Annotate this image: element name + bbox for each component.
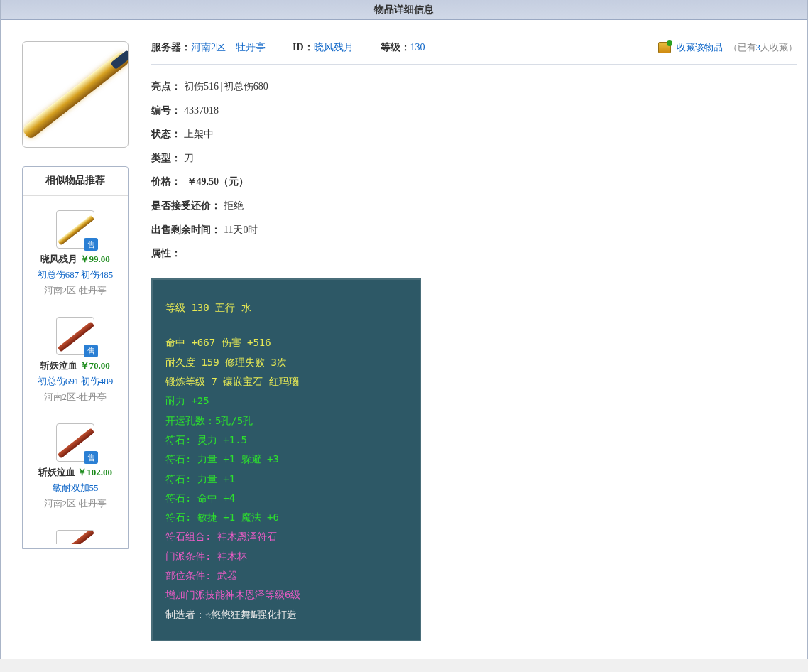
- stat-line: 符石: 力量 +1: [165, 470, 407, 489]
- server-label: 服务器：: [151, 42, 191, 53]
- stat-line: 增加门派技能神木恩泽等级6级: [165, 585, 407, 605]
- stat-line: 开运孔数：5孔/5孔: [165, 411, 407, 430]
- recommend-highlights: 初总伤687|初伤485: [23, 269, 128, 281]
- sword-icon: [58, 530, 94, 544]
- stat-line: 门派条件: 神木林: [165, 547, 407, 566]
- recommend-highlights: 初总伤691|初伤489: [23, 375, 128, 388]
- stat-line: 符石: 灵力 +1.5: [165, 430, 407, 450]
- level-field: 等级：130: [381, 41, 425, 54]
- recommend-price: ￥70.00: [80, 360, 110, 371]
- recommend-title: 相似物品推荐: [23, 167, 128, 196]
- recommend-highlights: 敏耐双加55: [23, 482, 128, 494]
- recommend-server: 河南2区-牡丹亭: [23, 497, 128, 510]
- sale-badge: 售: [84, 238, 98, 251]
- recommend-item[interactable]: 售 斩妖泣血 ￥70.00 初总伤691|初伤489 河南2区-牡丹亭: [23, 303, 128, 409]
- remain-row: 出售剩余时间：11天0时: [151, 218, 797, 242]
- recommend-price: ￥99.00: [80, 254, 110, 264]
- recommend-name: 晓风残月: [40, 254, 77, 264]
- highlight-row: 亮点：初伤516|初总伤680: [151, 75, 797, 99]
- id-label: ID：: [293, 42, 314, 53]
- left-column: 相似物品推荐 售 晓风残月 ￥99.00 初总伤687|初伤485: [22, 41, 136, 652]
- page-title: 物品详细信息: [1, 0, 807, 20]
- type-row: 类型：刀: [151, 146, 797, 170]
- id-field: ID：晓风残月: [293, 41, 354, 54]
- top-row: 服务器：河南2区—牡丹亭 ID：晓风残月 等级：130 收藏该物品 （已有3人收…: [151, 41, 797, 65]
- favorite-area: 收藏该物品 （已有3人收藏）: [658, 41, 798, 54]
- stat-line: 符石组合: 神木恩泽符石: [165, 527, 407, 546]
- stat-line: 制造者：☆悠悠狂舞№强化打造: [165, 605, 407, 624]
- status-row: 状态：上架中: [151, 122, 797, 146]
- recommend-item[interactable]: 售 晓风残月 ￥99.00 初总伤687|初伤485 河南2区-牡丹亭: [23, 196, 128, 303]
- stat-line: 耐久度 159 修理失败 3次: [165, 353, 407, 372]
- stat-line: 符石: 力量 +1 躲避 +3: [165, 450, 407, 469]
- favorite-icon: [658, 42, 671, 53]
- stat-line: 符石: 命中 +4: [165, 489, 407, 508]
- recommend-name-line: 斩妖泣血 ￥102.00: [23, 466, 128, 479]
- favorite-count: （已有3人收藏）: [728, 41, 798, 54]
- stat-line: 等级 130 五行 水: [165, 298, 407, 318]
- recommend-thumb: 售: [56, 317, 94, 355]
- sale-badge: 售: [84, 451, 98, 464]
- stat-line: 部位条件: 武器: [165, 566, 407, 585]
- recommend-thumb: 售: [56, 210, 94, 249]
- info-lines: 亮点：初伤516|初总伤680 编号：4337018 状态：上架中 类型：刀 价…: [151, 75, 797, 266]
- stats-box: 等级 130 五行 水 命中 +667 伤害 +516 耐久度 159 修理失败…: [151, 278, 421, 641]
- recommend-item[interactable]: 售 斩妖泣血 ￥102.00 敏耐双加55 河南2区-牡丹亭: [23, 409, 128, 516]
- recommend-name: 斩妖泣血: [40, 360, 77, 371]
- recommend-name-line: 斩妖泣血 ￥70.00: [23, 359, 128, 372]
- sale-badge: 售: [84, 345, 98, 357]
- server-field: 服务器：河南2区—牡丹亭: [151, 41, 266, 54]
- page-container: 物品详细信息 相似物品推荐 售 晓风残月 ￥99.00: [0, 0, 808, 659]
- recommend-panel: 相似物品推荐 售 晓风残月 ￥99.00 初总伤687|初伤485: [22, 166, 129, 549]
- recommend-thumb: [56, 530, 94, 544]
- recommend-price: ￥102.00: [77, 467, 112, 477]
- recommend-server: 河南2区-牡丹亭: [23, 391, 128, 403]
- recommend-name: 斩妖泣血: [38, 467, 75, 477]
- favorite-link[interactable]: 收藏该物品: [677, 41, 723, 54]
- server-value[interactable]: 河南2区—牡丹亭: [191, 42, 266, 53]
- sword-icon: [22, 50, 129, 141]
- stat-line: 耐力 +25: [165, 391, 407, 411]
- price-row: 价格： ￥49.50（元）: [151, 170, 797, 194]
- bargain-row: 是否接受还价：拒绝: [151, 194, 797, 218]
- stat-line: 符石: 敏捷 +1 魔法 +6: [165, 508, 407, 527]
- recommend-thumb: 售: [56, 423, 94, 462]
- id-value[interactable]: 晓风残月: [314, 42, 354, 53]
- price-value: ￥49.50（元）: [184, 176, 249, 187]
- stat-line: 命中 +667 伤害 +516: [165, 333, 407, 352]
- level-value: 130: [410, 42, 425, 53]
- recommend-server: 河南2区-牡丹亭: [23, 284, 128, 297]
- number-row: 编号：4337018: [151, 99, 797, 123]
- level-label: 等级：: [381, 42, 410, 53]
- item-image: [22, 41, 129, 148]
- recommend-item[interactable]: [23, 516, 128, 544]
- highlight-label: 亮点：: [151, 81, 181, 92]
- right-column: 服务器：河南2区—牡丹亭 ID：晓风残月 等级：130 收藏该物品 （已有3人收…: [136, 41, 797, 652]
- recommend-name-line: 晓风残月 ￥99.00: [23, 253, 128, 266]
- attr-row: 属性：: [151, 242, 797, 266]
- stat-line: 锻炼等级 7 镶嵌宝石 红玛瑙: [165, 372, 407, 391]
- content: 相似物品推荐 售 晓风残月 ￥99.00 初总伤687|初伤485: [1, 20, 807, 659]
- top-basics: 服务器：河南2区—牡丹亭 ID：晓风残月 等级：130: [151, 41, 425, 54]
